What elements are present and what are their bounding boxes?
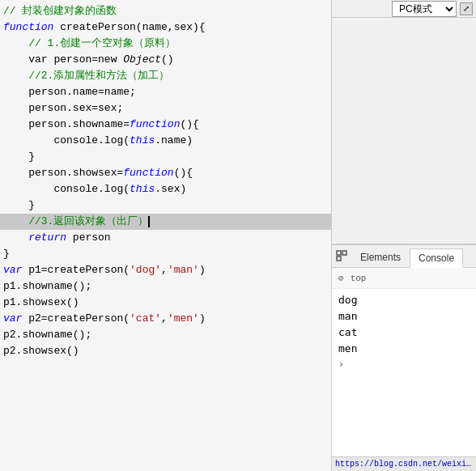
right-panel: PC模式 手机模式 ⤢ Elements Console ⊘ top dogma… — [332, 0, 476, 471]
top-label: top — [351, 274, 367, 283]
maximize-button[interactable]: ⤢ — [460, 2, 473, 15]
code-line: person.name=name; — [0, 84, 331, 100]
code-line: return person — [0, 230, 331, 246]
console-line: dog — [338, 292, 470, 308]
code-line: p1.showsex() — [0, 295, 331, 311]
code-line: console.log(this.name) — [0, 133, 331, 149]
code-line: // 封装创建对象的函数 — [0, 3, 331, 19]
code-line: //3.返回该对象（出厂） — [0, 214, 331, 230]
console-output: dogmancatmen› — [332, 289, 476, 456]
code-line: p2.showname(); — [0, 327, 331, 343]
clear-console-icon[interactable]: ⊘ — [335, 272, 347, 284]
svg-rect-2 — [337, 257, 341, 261]
top-bar: PC模式 手机模式 ⤢ — [332, 0, 476, 18]
code-line: } — [0, 149, 331, 165]
devtools-panel: Elements Console ⊘ top dogmancatmen› htt… — [332, 244, 476, 471]
svg-rect-1 — [342, 251, 346, 255]
code-line: //2.添加属性和方法（加工） — [0, 68, 331, 84]
code-line: var p2=createPerson('cat','men') — [0, 311, 331, 327]
code-line: person.sex=sex; — [0, 100, 331, 117]
code-line: var person=new Object() — [0, 52, 331, 68]
console-toolbar: ⊘ top — [332, 268, 476, 289]
url-text: https://blog.csdn.net/weixin_44730244 — [335, 460, 473, 469]
code-line: function createPerson(name,sex){ — [0, 19, 331, 36]
inspector-icon[interactable] — [334, 248, 350, 264]
preview-area — [332, 18, 476, 244]
code-panel: // 封装创建对象的函数function createPerson(name,s… — [0, 0, 332, 471]
code-line: person.showname=function(){ — [0, 117, 331, 133]
code-line: } — [0, 197, 331, 214]
code-line: p2.showsex() — [0, 343, 331, 359]
devtools-tabs: Elements Console — [332, 245, 476, 268]
tab-console[interactable]: Console — [410, 248, 463, 268]
console-line: men — [338, 341, 470, 357]
code-line: console.log(this.sex) — [0, 181, 331, 197]
url-bar: https://blog.csdn.net/weixin_44730244 — [332, 456, 476, 471]
code-line: } — [0, 246, 331, 262]
code-line: // 1.创建一个空对象（原料） — [0, 36, 331, 52]
code-line: p1.showname(); — [0, 278, 331, 295]
mode-select[interactable]: PC模式 手机模式 — [392, 1, 457, 17]
console-expand-icon[interactable]: › — [338, 357, 470, 371]
code-line: var p1=createPerson('dog','man') — [0, 262, 331, 278]
console-line: man — [338, 308, 470, 325]
code-line: person.showsex=function(){ — [0, 165, 331, 181]
console-line: cat — [338, 325, 470, 341]
code-area: // 封装创建对象的函数function createPerson(name,s… — [0, 0, 331, 363]
tab-elements[interactable]: Elements — [351, 248, 410, 267]
svg-rect-0 — [337, 251, 341, 255]
